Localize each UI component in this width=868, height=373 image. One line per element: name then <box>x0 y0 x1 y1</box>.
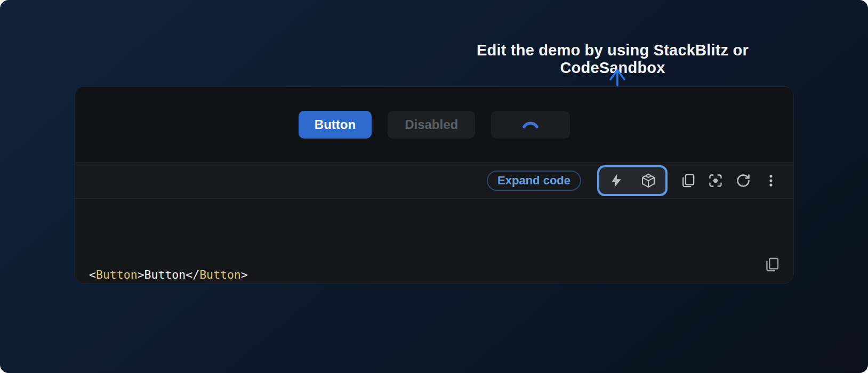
isolate-icon[interactable] <box>708 173 723 188</box>
screenshot-canvas: Edit the demo by using StackBlitz or Cod… <box>0 0 868 373</box>
stackblitz-icon[interactable] <box>609 173 624 188</box>
demo-primary-button[interactable]: Button <box>299 111 372 139</box>
demo-preview-area: Button Disabled <box>75 87 793 163</box>
annotation-title: Edit the demo by using StackBlitz or Cod… <box>436 42 789 77</box>
code-line: <Button>Button</Button> <box>89 266 779 284</box>
expand-code-button[interactable]: Expand code <box>487 171 581 191</box>
demo-card: Button Disabled Expand code <box>75 86 794 283</box>
sandbox-icons-highlight-group <box>597 165 668 196</box>
copy-icon[interactable] <box>680 173 695 188</box>
demo-disabled-button: Disabled <box>388 111 475 139</box>
kebab-menu-icon[interactable] <box>763 173 778 188</box>
code-block: <Button>Button</Button><Button disabled>… <box>75 199 793 283</box>
refresh-icon[interactable] <box>736 173 751 188</box>
loading-spinner-icon <box>520 115 541 135</box>
demo-loading-button[interactable] <box>491 111 570 139</box>
codesandbox-icon[interactable] <box>641 173 656 188</box>
demo-toolbar: Expand code <box>75 163 793 199</box>
copy-code-icon[interactable] <box>764 222 779 238</box>
